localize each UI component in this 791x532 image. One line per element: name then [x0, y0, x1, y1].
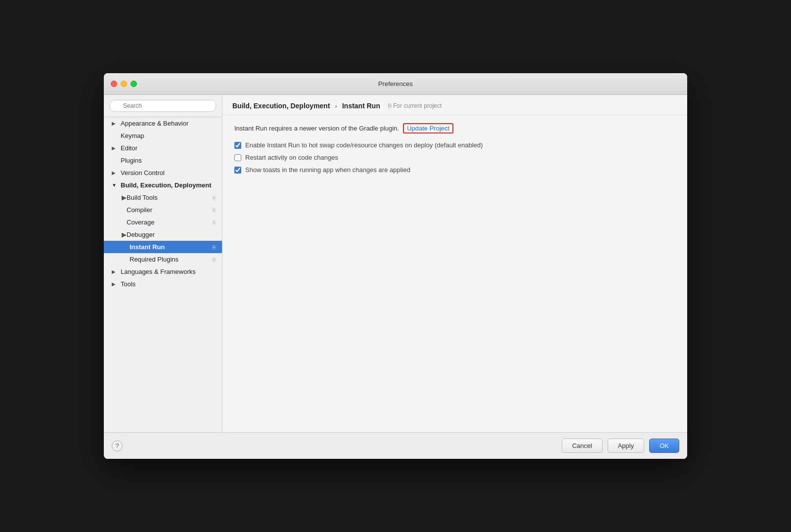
traffic-lights [111, 81, 137, 87]
search-wrapper: ⌕ [110, 100, 216, 112]
enable-instant-run-label: Enable Instant Run to hot swap code/reso… [245, 141, 483, 149]
for-project-label: ⎘ For current project [388, 102, 441, 109]
sidebar-item-coverage[interactable]: ▶ Coverage ⎘ [104, 216, 222, 228]
restart-activity-label: Restart activity on code changes [245, 154, 338, 161]
maximize-button[interactable] [131, 81, 137, 87]
breadcrumb-separator: › [335, 102, 337, 110]
copy-icon: ⎘ [213, 244, 216, 250]
window-title: Preferences [378, 80, 413, 88]
breadcrumb: Build, Execution, Deployment [232, 102, 330, 110]
copy-icon: ⎘ [213, 195, 216, 201]
sidebar-item-compiler[interactable]: ▶ Compiler ⎘ [104, 204, 222, 216]
arrow-icon: ▶ [112, 281, 119, 287]
sidebar-item-label: Tools [121, 280, 216, 288]
bottom-left: ? [112, 441, 123, 451]
arrow-icon: ▶ [122, 231, 127, 238]
sidebar-item-label: Instant Run [130, 243, 213, 251]
show-toasts-checkbox[interactable] [234, 167, 241, 174]
main-body: Instant Run requires a newer version of … [222, 115, 687, 432]
sidebar-item-label: Keymap [121, 132, 216, 139]
sidebar-item-label: Debugger [127, 231, 216, 238]
sidebar-item-instant-run[interactable]: Instant Run ⎘ [104, 241, 222, 253]
sidebar-item-required-plugins[interactable]: Required Plugins ⎘ [104, 253, 222, 266]
arrow-icon: ▶ [122, 194, 127, 201]
arrow-icon: ▶ [112, 145, 119, 151]
copy-icon: ⎘ [213, 220, 216, 225]
sidebar-item-languages[interactable]: ▶ Languages & Frameworks [104, 266, 222, 278]
bottom-bar: ? Cancel Apply OK [104, 432, 687, 459]
checkbox-row-restart-activity: Restart activity on code changes [234, 154, 675, 161]
sidebar-item-build-execution[interactable]: ▼ Build, Execution, Deployment [104, 179, 222, 191]
sidebar-item-label: Build, Execution, Deployment [121, 181, 216, 189]
main-panel: Build, Execution, Deployment › Instant R… [222, 95, 687, 432]
sidebar: ⌕ ▶ Appearance & Behavior ▶ Keymap ▶ Edi… [104, 95, 222, 432]
update-project-button[interactable]: Update Project [403, 123, 453, 133]
arrow-icon: ▶ [112, 170, 119, 176]
sidebar-item-label: Appearance & Behavior [121, 120, 216, 127]
apply-button[interactable]: Apply [608, 439, 645, 453]
sidebar-item-label: Required Plugins [130, 256, 213, 263]
sidebar-item-keymap[interactable]: ▶ Keymap [104, 130, 222, 142]
sidebar-item-debugger[interactable]: ▶ Debugger [104, 228, 222, 241]
show-toasts-label: Show toasts in the running app when chan… [245, 166, 410, 174]
ok-button[interactable]: OK [649, 439, 679, 453]
sidebar-item-plugins[interactable]: ▶ Plugins [104, 154, 222, 167]
search-bar: ⌕ [104, 95, 222, 117]
sidebar-item-label: Version Control [121, 169, 216, 177]
main-header: Build, Execution, Deployment › Instant R… [222, 95, 687, 115]
title-bar: Preferences [104, 73, 687, 95]
content-area: ⌕ ▶ Appearance & Behavior ▶ Keymap ▶ Edi… [104, 95, 687, 432]
arrow-down-icon: ▼ [112, 182, 119, 188]
sidebar-item-build-tools[interactable]: ▶ Build Tools ⎘ [104, 191, 222, 204]
sidebar-item-label: Languages & Frameworks [121, 268, 216, 275]
close-button[interactable] [111, 81, 117, 87]
enable-instant-run-checkbox[interactable] [234, 142, 241, 149]
minimize-button[interactable] [121, 81, 127, 87]
sidebar-item-version-control[interactable]: ▶ Version Control [104, 167, 222, 179]
preferences-window: Preferences ⌕ ▶ Appearance & Behavior ▶ … [104, 73, 687, 459]
copy-icon: ⎘ [213, 207, 216, 213]
sidebar-item-appearance[interactable]: ▶ Appearance & Behavior [104, 117, 222, 130]
checkbox-row-enable-instant-run: Enable Instant Run to hot swap code/reso… [234, 141, 675, 149]
arrow-icon: ▶ [112, 269, 119, 274]
sidebar-item-tools[interactable]: ▶ Tools [104, 278, 222, 290]
bottom-right: Cancel Apply OK [562, 439, 679, 453]
restart-activity-checkbox[interactable] [234, 154, 241, 161]
sidebar-item-label: Coverage [127, 219, 213, 226]
help-button[interactable]: ? [112, 441, 123, 451]
sidebar-item-label: Build Tools [127, 194, 213, 201]
arrow-icon: ▶ [112, 121, 119, 126]
notice-bar: Instant Run requires a newer version of … [234, 123, 675, 133]
sidebar-item-label: Editor [121, 144, 216, 152]
copy-icon: ⎘ [213, 257, 216, 263]
notice-text: Instant Run requires a newer version of … [234, 125, 399, 132]
sidebar-item-editor[interactable]: ▶ Editor [104, 142, 222, 154]
search-input[interactable] [110, 100, 216, 112]
breadcrumb-current: Instant Run [342, 102, 380, 110]
checkbox-row-show-toasts: Show toasts in the running app when chan… [234, 166, 675, 174]
sidebar-item-label: Compiler [127, 206, 213, 214]
sidebar-item-label: Plugins [121, 157, 216, 164]
cancel-button[interactable]: Cancel [562, 439, 602, 453]
